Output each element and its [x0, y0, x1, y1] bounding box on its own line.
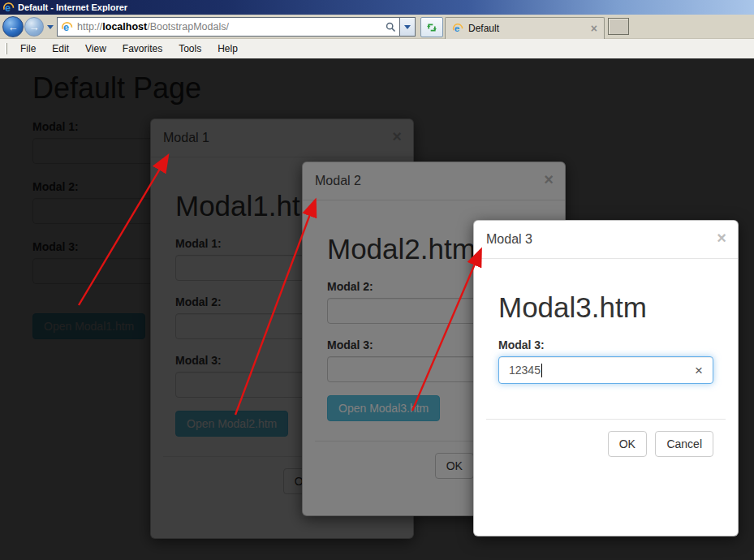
page-ie-icon [61, 21, 73, 33]
window-title: Default - Internet Explorer [18, 2, 127, 12]
menu-bar: File Edit View Favorites Tools Help [0, 39, 754, 58]
title-bar: Default - Internet Explorer [0, 0, 754, 15]
tab-close-icon[interactable]: × [591, 23, 597, 34]
page-viewport: Default Page Modal 1: Modal 2: Modal 3: … [0, 58, 754, 560]
tab-title: Default [468, 23, 499, 34]
menu-favorites[interactable]: Favorites [114, 41, 170, 57]
modal3-ok-button[interactable]: OK [608, 431, 647, 457]
text-caret [541, 364, 542, 377]
forward-button[interactable]: → [24, 17, 44, 37]
input-clear-icon[interactable]: × [695, 364, 703, 377]
forward-arrow-icon: → [29, 21, 40, 33]
modal3-cancel-button[interactable]: Cancel [655, 431, 713, 457]
url-host: localhost [102, 21, 147, 32]
modal3-input-value: 12345 [509, 364, 541, 377]
browser-window: Default - Internet Explorer ← → http://l… [0, 0, 754, 560]
new-tab-button[interactable] [608, 18, 629, 35]
modal3-input[interactable]: 12345 × [498, 356, 713, 384]
tab-ie-icon [452, 23, 463, 34]
modal3-body: Modal3.htm Modal 3: 12345 × [474, 291, 738, 384]
refresh-button[interactable] [420, 17, 443, 37]
search-icon[interactable] [386, 22, 396, 32]
modal3-heading: Modal3.htm [498, 291, 713, 324]
address-bar[interactable]: http://localhost/BootstrapModals/ [57, 17, 400, 37]
modal3-header: Modal 3 × [474, 221, 738, 259]
menu-help[interactable]: Help [209, 41, 246, 57]
back-button[interactable]: ← [2, 16, 24, 37]
ie-logo-icon [2, 2, 15, 14]
menu-file[interactable]: File [12, 41, 44, 57]
back-arrow-icon: ← [8, 21, 19, 33]
modal3-close-icon[interactable]: × [717, 230, 726, 246]
url-path: /BootstrapModals/ [147, 21, 229, 32]
recent-pages-dropdown[interactable] [47, 25, 54, 29]
menu-view[interactable]: View [77, 41, 114, 57]
menu-edit[interactable]: Edit [44, 41, 77, 57]
url-text: http://localhost/BootstrapModals/ [77, 21, 229, 32]
navigation-toolbar: ← → http://localhost/BootstrapModals/ [0, 15, 754, 39]
modal3-field1-label: Modal 3: [498, 338, 713, 351]
modal3-title: Modal 3 [486, 232, 532, 246]
tab-default[interactable]: Default × [445, 17, 605, 39]
modal-3: Modal 3 × Modal3.htm Modal 3: 12345 × OK… [473, 220, 739, 536]
chevron-down-icon [404, 25, 411, 29]
menu-drag-handle [5, 43, 7, 54]
modal3-footer: OK Cancel [486, 419, 726, 457]
address-dropdown-button[interactable] [400, 17, 416, 37]
menu-tools[interactable]: Tools [170, 41, 209, 57]
url-protocol: http:// [77, 21, 102, 32]
refresh-icon [426, 22, 437, 33]
